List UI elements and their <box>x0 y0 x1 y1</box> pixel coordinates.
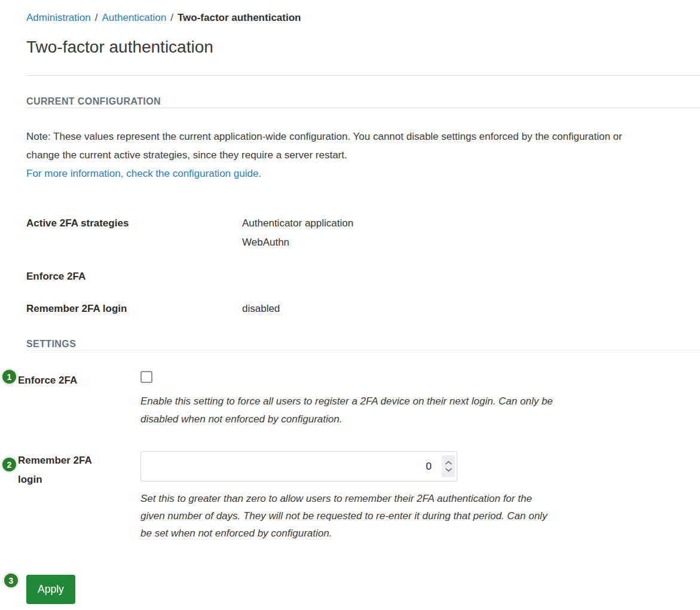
config-row-active-strategies: Active 2FA strategies Authenticator appl… <box>26 214 700 252</box>
enforce-2fa-helper-text: Enable this setting to force all users t… <box>140 393 559 428</box>
breadcrumb-link-authentication[interactable]: Authentication <box>102 12 166 23</box>
remember-2fa-number-wrap <box>140 451 457 482</box>
top-divider <box>26 75 700 76</box>
configuration-guide-link[interactable]: For more information, check the configur… <box>26 168 261 179</box>
configuration-note: Note: These values represent the current… <box>26 127 624 164</box>
apply-button[interactable]: Apply <box>26 575 75 604</box>
settings-heading: SETTINGS <box>26 338 700 350</box>
remember-2fa-login-label-text: Remember 2FA login <box>18 451 109 489</box>
current-configuration-heading: CURRENT CONFIGURATION <box>26 96 700 108</box>
step-badge-3: 3 <box>4 574 18 587</box>
config-label: Active 2FA strategies <box>26 214 242 252</box>
settings-section: SETTINGS 1 Enforce 2FA Enable this setti… <box>0 338 700 604</box>
config-row-remember-2fa-login: Remember 2FA login disabled <box>26 299 700 318</box>
enforce-2fa-checkbox[interactable] <box>140 371 152 383</box>
config-values: Authenticator application WebAuthn <box>242 214 353 252</box>
heading-divider <box>26 108 700 108</box>
step-badge-1: 1 <box>2 370 16 384</box>
config-value: Authenticator application <box>242 214 353 233</box>
remember-2fa-login-label: Remember 2FA login <box>18 451 140 552</box>
heading-divider <box>26 350 700 351</box>
config-label: Enforce 2FA <box>26 267 242 286</box>
enforce-2fa-label-text: Enforce 2FA <box>18 371 77 390</box>
breadcrumb-separator: / <box>170 12 173 23</box>
remember-2fa-helper-text: Set this to greater than zero to allow u… <box>140 490 559 542</box>
setting-row-apply: 3 Apply <box>26 575 700 604</box>
config-label: Remember 2FA login <box>26 299 242 318</box>
enforce-2fa-field: Enable this setting to force all users t… <box>140 371 700 439</box>
current-configuration-section: CURRENT CONFIGURATION Note: These values… <box>0 96 700 318</box>
setting-row-enforce-2fa: 1 Enforce 2FA Enable this setting to for… <box>18 371 700 439</box>
breadcrumb-link-administration[interactable]: Administration <box>26 12 91 23</box>
page-title: Two-factor authentication <box>26 37 700 57</box>
breadcrumb: Administration/Authentication/Two-factor… <box>26 12 700 24</box>
chevron-down-icon[interactable] <box>445 468 452 473</box>
step-badge-2: 2 <box>2 458 16 471</box>
config-row-enforce-2fa: Enforce 2FA <box>26 267 700 286</box>
configuration-rows: Active 2FA strategies Authenticator appl… <box>26 214 700 318</box>
number-spinner <box>442 455 455 477</box>
remember-2fa-days-input[interactable] <box>140 451 457 482</box>
remember-2fa-login-field: Set this to greater than zero to allow u… <box>140 451 700 552</box>
setting-row-remember-2fa-login: 2 Remember 2FA login Set this to greater… <box>18 451 700 552</box>
breadcrumb-separator: / <box>95 12 98 23</box>
config-value: WebAuthn <box>242 233 353 252</box>
chevron-up-icon[interactable] <box>445 461 452 465</box>
enforce-2fa-label: Enforce 2FA <box>18 371 140 439</box>
breadcrumb-current-page: Two-factor authentication <box>178 12 301 23</box>
config-value: disabled <box>242 299 280 318</box>
configuration-link-line: For more information, check the configur… <box>26 164 700 183</box>
